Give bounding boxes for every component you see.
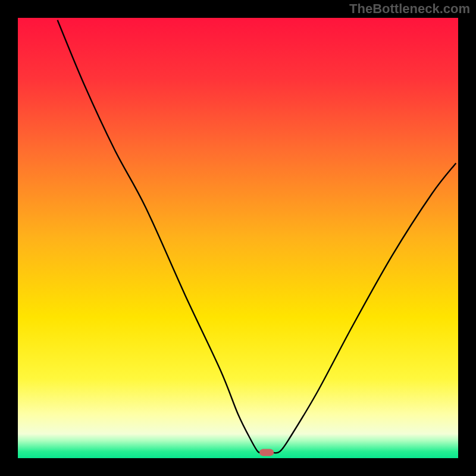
attribution-text: TheBottleneck.com (349, 1, 470, 17)
optimal-marker (259, 449, 274, 456)
bottleneck-chart (0, 0, 476, 476)
chart-frame: TheBottleneck.com (0, 0, 476, 476)
